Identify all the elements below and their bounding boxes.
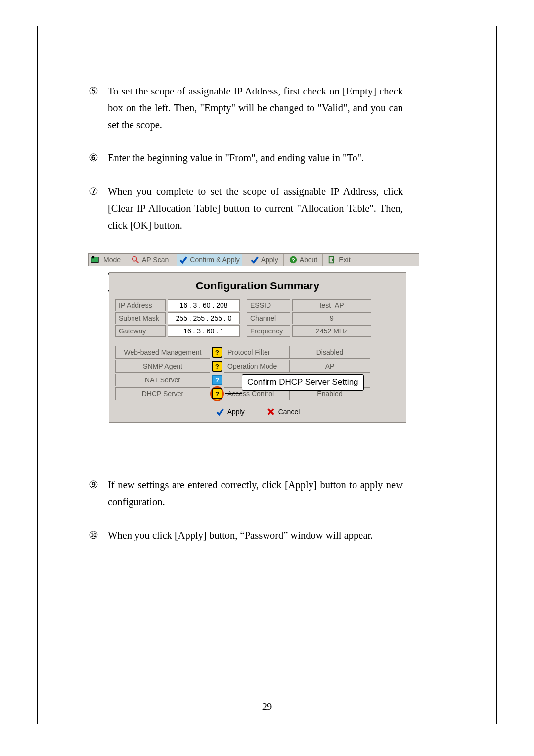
frequency-label: Frequency <box>247 325 290 337</box>
item-text: When you click [Apply] button, “Password… <box>108 527 403 544</box>
app-toolbar: Mode AP Scan Confirm & Apply <box>88 253 419 266</box>
confirm-apply-label: Confirm & Apply <box>190 256 239 264</box>
toolbar-separator <box>126 254 126 266</box>
services-block: Web-based Management ? Protocol Filter D… <box>115 346 400 400</box>
item-num: ⑦ <box>89 184 101 234</box>
item-text: If new settings are entered correctly, c… <box>108 477 403 511</box>
cancel-label: Cancel <box>278 408 300 416</box>
operation-mode-label: Operation Mode <box>224 360 289 373</box>
toolbar-separator <box>174 254 174 266</box>
check-icon <box>216 407 224 416</box>
dhcp-label: DHCP Server <box>115 387 210 400</box>
gateway-row: Gateway 16 . 3 . 60 . 1 Frequency 2452 M… <box>115 325 400 337</box>
web-mgmt-label: Web-based Management <box>115 346 210 359</box>
confirm-apply-button[interactable]: Confirm & Apply <box>177 254 241 266</box>
essid-label: ESSID <box>247 299 290 311</box>
dialog-bottom-buttons: Apply Cancel <box>115 406 400 417</box>
operation-mode-value: AP <box>289 360 370 373</box>
list-item: ⑥ Enter the beginning value in "From", a… <box>89 150 403 167</box>
subnet-value: 255 . 255 . 255 . 0 <box>168 312 240 324</box>
apscan-label: AP Scan <box>142 256 169 264</box>
protocol-filter-value: Disabled <box>289 346 370 359</box>
svg-point-2 <box>133 257 137 261</box>
item-text: When you complete to set the scope of as… <box>108 184 403 234</box>
item-text: Enter the beginning value in "From", and… <box>108 150 403 167</box>
svg-line-3 <box>136 261 139 263</box>
ip-address-value: 16 . 3 . 60 . 208 <box>168 299 240 311</box>
cancel-button[interactable]: Cancel <box>262 406 305 417</box>
mode-label: Mode <box>103 256 121 264</box>
apply-button[interactable]: Apply <box>211 406 250 417</box>
exit-label: Exit <box>339 256 350 264</box>
channel-label: Channel <box>247 312 290 324</box>
svg-text:?: ? <box>291 257 295 263</box>
callout-box: Confirm DHCP Server Setting <box>242 374 364 391</box>
list-item: ⑩ When you click [Apply] button, “Passwo… <box>89 527 403 544</box>
shield-icon: ? <box>210 361 224 372</box>
essid-value: test_AP <box>292 299 371 311</box>
frequency-value: 2452 MHz <box>292 325 371 337</box>
list-item: ⑤ To set the scope of assignable IP Addr… <box>89 83 403 133</box>
screenshot-area: Mode AP Scan Confirm & Apply <box>88 253 419 423</box>
shield-icon: ? <box>210 347 224 358</box>
shield-icon-circled: ? <box>210 386 224 401</box>
gateway-label: Gateway <box>115 325 166 337</box>
check-icon <box>179 255 188 264</box>
toolbar-separator <box>245 254 245 266</box>
snmp-label: SNMP Agent <box>115 360 210 373</box>
apply-button-tb[interactable]: Apply <box>248 254 280 266</box>
check-icon <box>250 255 259 264</box>
page-number: 29 <box>0 701 534 712</box>
nat-label: NAT Server <box>115 374 210 386</box>
list-item: ⑦ When you complete to set the scope of … <box>89 184 403 234</box>
item-num: ⑩ <box>89 527 101 544</box>
subnet-label: Subnet Mask <box>115 312 166 324</box>
content-after: ⑨ If new settings are entered correctly,… <box>89 477 403 544</box>
callout-line <box>225 393 242 394</box>
protocol-filter-label: Protocol Filter <box>224 346 289 359</box>
about-button[interactable]: ? About <box>287 254 320 266</box>
service-row: Web-based Management ? Protocol Filter D… <box>115 346 400 359</box>
toolbar-separator <box>322 254 323 266</box>
exit-icon <box>328 255 337 264</box>
apply-label: Apply <box>227 408 245 416</box>
subnet-row: Subnet Mask 255 . 255 . 255 . 0 Channel … <box>115 312 400 324</box>
list-item: ⑨ If new settings are entered correctly,… <box>89 477 403 511</box>
exit-button[interactable]: Exit <box>326 254 352 266</box>
info-icon: ? <box>289 255 298 264</box>
item-num: ⑨ <box>89 477 101 511</box>
item-text: To set the scope of assignable IP Addres… <box>108 83 403 133</box>
page: ⑤ To set the scope of assignable IP Addr… <box>0 0 534 756</box>
app-icon <box>90 255 99 264</box>
item-num: ⑤ <box>89 83 101 133</box>
toolbar-separator <box>283 254 284 266</box>
ip-address-label: IP Address <box>115 299 166 311</box>
shield-icon: ? <box>210 375 224 385</box>
config-summary-panel: Configuration Summary IP Address 16 . 3 … <box>109 272 406 423</box>
service-row: SNMP Agent ? Operation Mode AP <box>115 360 400 373</box>
apply-label: Apply <box>261 256 278 264</box>
apscan-button[interactable]: AP Scan <box>129 254 171 266</box>
mode-button[interactable]: Mode <box>101 254 123 266</box>
search-icon <box>131 255 140 264</box>
gateway-value: 16 . 3 . 60 . 1 <box>168 325 240 337</box>
ip-address-row: IP Address 16 . 3 . 60 . 208 ESSID test_… <box>115 299 400 311</box>
about-label: About <box>300 256 318 264</box>
channel-value: 9 <box>292 312 371 324</box>
item-num: ⑥ <box>89 150 101 167</box>
svg-rect-1 <box>92 256 95 259</box>
close-icon <box>267 407 275 416</box>
panel-title: Configuration Summary <box>115 280 400 292</box>
